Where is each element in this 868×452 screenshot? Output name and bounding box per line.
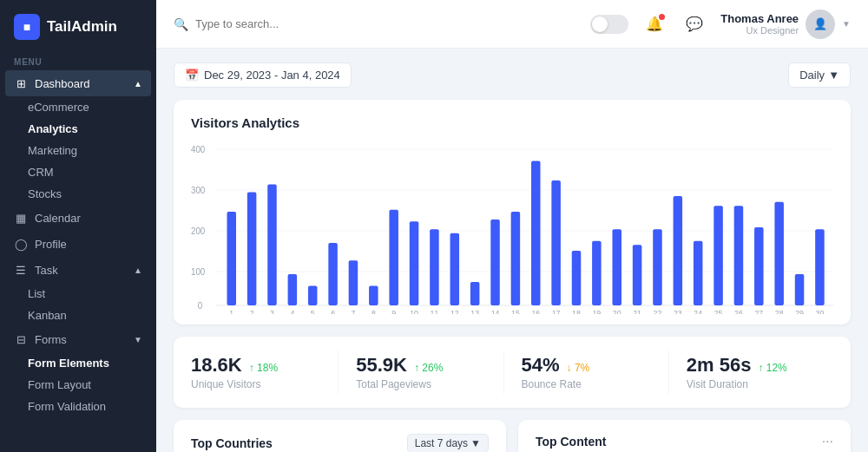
svg-rect-52 bbox=[653, 229, 662, 305]
search-icon: 🔍 bbox=[174, 17, 188, 31]
svg-text:7: 7 bbox=[352, 309, 356, 314]
svg-rect-46 bbox=[592, 241, 602, 305]
sidebar-item-crm[interactable]: CRM bbox=[0, 161, 156, 183]
sidebar-item-analytics[interactable]: Analytics bbox=[0, 118, 156, 140]
svg-rect-56 bbox=[694, 241, 703, 305]
chevron-up-icon: ▲ bbox=[134, 79, 142, 88]
svg-text:26: 26 bbox=[734, 309, 743, 314]
chart-title: Visitors Analytics bbox=[191, 115, 833, 130]
svg-rect-66 bbox=[795, 274, 805, 305]
sidebar-item-kanban[interactable]: Kanban bbox=[0, 305, 156, 326]
sidebar-item-dashboard[interactable]: ⊞ Dashboard ▲ bbox=[5, 70, 151, 96]
notification-button[interactable]: 🔔 bbox=[641, 10, 668, 38]
message-button[interactable]: 💬 bbox=[681, 10, 708, 38]
svg-text:21: 21 bbox=[633, 309, 641, 314]
svg-rect-58 bbox=[713, 206, 723, 305]
sidebar-item-list[interactable]: List bbox=[0, 283, 156, 305]
sidebar-item-profile[interactable]: ◯ Profile bbox=[0, 231, 156, 257]
svg-text:29: 29 bbox=[795, 309, 804, 314]
top-countries-filter[interactable]: Last 7 days ▼ bbox=[407, 434, 489, 452]
top-countries-title: Top Countries bbox=[191, 436, 273, 450]
stat-value-duration: 2m 56s ↑ 12% bbox=[687, 354, 816, 377]
svg-text:28: 28 bbox=[775, 309, 784, 314]
calendar-icon: ▦ bbox=[14, 211, 28, 225]
svg-text:100: 100 bbox=[191, 267, 206, 277]
stat-pageviews: 55.9K ↑ 26% Total Pageviews bbox=[339, 350, 503, 394]
top-content-title: Top Content bbox=[536, 435, 606, 449]
forms-icon: ⊟ bbox=[14, 332, 28, 346]
search-wrap: 🔍 bbox=[174, 17, 580, 31]
svg-text:30: 30 bbox=[816, 309, 825, 314]
svg-rect-68 bbox=[815, 229, 825, 305]
svg-rect-18 bbox=[308, 286, 318, 306]
theme-toggle[interactable] bbox=[590, 15, 628, 34]
svg-rect-64 bbox=[774, 202, 784, 305]
stat-badge-unique: ↑ 18% bbox=[249, 362, 278, 374]
user-name: Thomas Anree bbox=[720, 12, 799, 25]
svg-rect-22 bbox=[349, 260, 358, 305]
sidebar: ■ TailAdmin MENU ⊞ Dashboard ▲ eCommerce… bbox=[0, 0, 156, 452]
bar-chart: 400 300 200 100 0 1234567891011121314151… bbox=[191, 141, 833, 314]
svg-text:9: 9 bbox=[391, 309, 396, 314]
svg-rect-10 bbox=[227, 212, 236, 305]
logo-text: TailAdmin bbox=[47, 18, 117, 36]
svg-rect-42 bbox=[551, 180, 561, 305]
stat-value-unique: 18.6K ↑ 18% bbox=[191, 354, 320, 377]
svg-text:20: 20 bbox=[613, 309, 621, 314]
sidebar-item-form-layout[interactable]: Form Layout bbox=[0, 374, 156, 396]
date-range-picker[interactable]: 📅 Dec 29, 2023 - Jan 4, 2024 bbox=[174, 62, 352, 88]
stat-visit-duration: 2m 56s ↑ 12% Visit Duration bbox=[669, 350, 833, 394]
avatar: 👤 bbox=[806, 10, 835, 39]
sidebar-item-calendar[interactable]: ▦ Calendar bbox=[0, 205, 156, 231]
date-range-text: Dec 29, 2023 - Jan 4, 2024 bbox=[204, 69, 340, 82]
stat-label-bounce: Bounce Rate bbox=[522, 378, 651, 390]
svg-rect-12 bbox=[247, 193, 257, 306]
sidebar-item-ecommerce[interactable]: eCommerce bbox=[0, 96, 156, 118]
sidebar-item-form-validation[interactable]: Form Validation bbox=[0, 396, 156, 417]
chevron-down-icon: ▼ bbox=[828, 69, 839, 82]
user-chevron-icon: ▼ bbox=[842, 19, 851, 29]
svg-rect-38 bbox=[511, 212, 521, 305]
svg-text:19: 19 bbox=[592, 309, 601, 314]
user-info[interactable]: Thomas Anree Ux Designer 👤 ▼ bbox=[720, 10, 851, 39]
stat-unique-visitors: 18.6K ↑ 18% Unique Visitors bbox=[191, 350, 339, 394]
chevron-down-icon-countries: ▼ bbox=[470, 437, 481, 449]
svg-text:18: 18 bbox=[572, 309, 581, 314]
svg-rect-34 bbox=[470, 282, 480, 305]
svg-rect-54 bbox=[674, 196, 683, 305]
svg-text:300: 300 bbox=[191, 186, 206, 195]
stat-badge-bounce: ↓ 7% bbox=[567, 362, 590, 374]
bottom-row: Top Countries Last 7 days ▼ bbox=[174, 420, 851, 452]
search-input[interactable] bbox=[195, 17, 580, 30]
svg-text:8: 8 bbox=[372, 309, 376, 314]
svg-text:25: 25 bbox=[714, 309, 723, 314]
svg-text:0: 0 bbox=[198, 301, 203, 311]
calendar-icon-small: 📅 bbox=[185, 69, 199, 82]
svg-text:22: 22 bbox=[654, 309, 662, 314]
top-countries-card: Top Countries Last 7 days ▼ bbox=[174, 420, 506, 452]
stat-bounce-rate: 54% ↓ 7% Bounce Rate bbox=[504, 350, 669, 394]
svg-text:5: 5 bbox=[311, 309, 315, 314]
user-role: Ux Designer bbox=[720, 25, 799, 36]
svg-text:200: 200 bbox=[191, 226, 206, 236]
svg-text:6: 6 bbox=[331, 309, 335, 314]
daily-label: Daily bbox=[799, 69, 825, 82]
svg-text:12: 12 bbox=[450, 309, 459, 314]
svg-rect-44 bbox=[572, 251, 582, 305]
user-text: Thomas Anree Ux Designer bbox=[720, 12, 799, 36]
stat-label-unique: Unique Visitors bbox=[191, 378, 320, 390]
stat-badge-pageviews: ↑ 26% bbox=[414, 362, 443, 374]
stat-value-pageviews: 55.9K ↑ 26% bbox=[356, 354, 485, 377]
sidebar-item-marketing[interactable]: Marketing bbox=[0, 140, 156, 161]
svg-text:3: 3 bbox=[270, 309, 274, 314]
daily-filter-button[interactable]: Daily ▼ bbox=[788, 62, 851, 88]
content-area: 📅 Dec 29, 2023 - Jan 4, 2024 Daily ▼ Vis… bbox=[156, 49, 868, 452]
top-content-more-button[interactable]: ··· bbox=[822, 434, 833, 449]
svg-text:2: 2 bbox=[250, 309, 254, 314]
sidebar-item-stocks[interactable]: Stocks bbox=[0, 183, 156, 205]
svg-text:13: 13 bbox=[470, 309, 479, 314]
sidebar-item-forms[interactable]: ⊟ Forms ▼ bbox=[0, 326, 156, 352]
sidebar-item-form-elements[interactable]: Form Elements bbox=[0, 352, 156, 374]
sidebar-item-task[interactable]: ☰ Task ▲ bbox=[0, 257, 156, 283]
chevron-up-icon-task: ▲ bbox=[134, 265, 142, 275]
